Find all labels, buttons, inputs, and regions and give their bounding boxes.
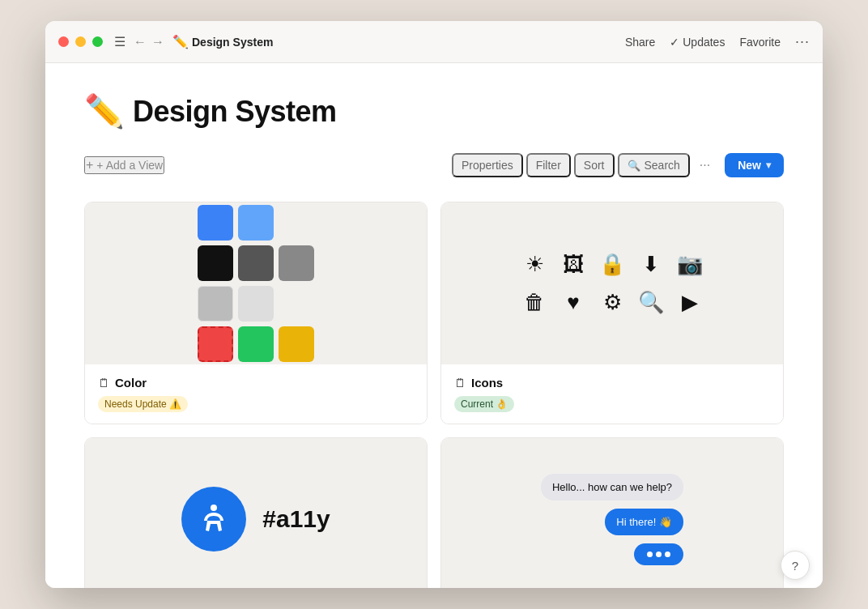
- view-toolbar: + + Add a View Properties Filter Sort 🔍: [84, 153, 784, 185]
- color-card-info: 🗒 Color Needs Update ⚠️: [85, 364, 427, 424]
- download-icon: ⬇: [638, 252, 664, 277]
- search-button[interactable]: 🔍 Search: [618, 153, 690, 177]
- new-label: New: [738, 159, 761, 172]
- color-card[interactable]: 🗒 Color Needs Update ⚠️: [84, 202, 428, 424]
- search-icon: 🔍: [628, 160, 640, 172]
- color-card-name-row: 🗒 Color: [98, 376, 414, 390]
- page-title-area: ✏️ Design System: [84, 92, 784, 130]
- share-button[interactable]: Share: [625, 36, 655, 49]
- page-emoji-icon: ✏️: [84, 92, 125, 130]
- toolbar-right: Properties Filter Sort 🔍 Search ··· New: [452, 153, 784, 177]
- menu-icon[interactable]: ☰: [114, 34, 126, 49]
- icons-card-preview: ☀ 🖼 🔒 ⬇ 📷 🗑 ♥ ⚙ 🔍 ▶: [441, 202, 783, 364]
- chat-visual: Hello... how can we help? Hi there! 👋: [525, 458, 700, 581]
- updates-button[interactable]: ✓ Updates: [670, 36, 725, 49]
- chat-card[interactable]: Hello... how can we help? Hi there! 👋 🗒: [440, 437, 784, 588]
- heart-icon: ♥: [560, 290, 586, 315]
- filter-button[interactable]: Filter: [526, 153, 571, 177]
- forward-button[interactable]: →: [151, 35, 164, 49]
- camera-icon: 📷: [677, 252, 703, 277]
- new-button[interactable]: New ▾: [725, 153, 784, 177]
- chat-bubble-question: Hello... how can we help?: [541, 474, 683, 500]
- accessibility-person-icon: [196, 501, 232, 537]
- icons-card[interactable]: ☀ 🖼 🔒 ⬇ 📷 🗑 ♥ ⚙ 🔍 ▶: [440, 202, 784, 424]
- icons-card-name: Icons: [471, 376, 503, 390]
- color-card-name: Color: [115, 376, 147, 390]
- settings-icon: ⚙: [599, 290, 625, 315]
- dot-3: [665, 552, 670, 557]
- close-button[interactable]: [58, 36, 69, 47]
- chat-typing-indicator: [634, 543, 683, 565]
- dot-1: [647, 552, 653, 557]
- icons-preview-grid: ☀ 🖼 🔒 ⬇ 📷 🗑 ♥ ⚙ 🔍 ▶: [513, 244, 711, 323]
- chat-card-preview: Hello... how can we help? Hi there! 👋: [441, 438, 783, 588]
- add-view-label: + Add a View: [96, 159, 163, 172]
- swatch-whitegray: [238, 286, 274, 322]
- a11y-circle: [181, 487, 246, 552]
- swatch-medgray: [279, 245, 314, 281]
- titlebar: ☰ ← → ✏️ Design System Share ✓ Updates F…: [45, 21, 823, 63]
- a11y-label: #a11y: [262, 505, 330, 533]
- titlebar-actions: Share ✓ Updates Favorite ···: [625, 33, 810, 50]
- swatch-blue: [198, 205, 233, 241]
- app-window: ☰ ← → ✏️ Design System Share ✓ Updates F…: [45, 21, 823, 588]
- favorite-button[interactable]: Favorite: [739, 36, 781, 49]
- fullscreen-button[interactable]: [92, 36, 103, 47]
- play-icon: ▶: [677, 290, 703, 315]
- lock-icon: 🔒: [599, 252, 625, 277]
- page-title: Design System: [133, 95, 337, 129]
- more-menu-button[interactable]: ···: [795, 33, 810, 50]
- help-button[interactable]: ?: [781, 551, 810, 580]
- nav-buttons: ← →: [134, 35, 164, 49]
- swatch-green: [238, 326, 274, 362]
- properties-label: Properties: [462, 159, 513, 172]
- filter-label: Filter: [536, 159, 561, 172]
- a11y-card-preview: #a11y: [85, 438, 427, 588]
- traffic-lights: [58, 36, 103, 47]
- color-card-badge: Needs Update ⚠️: [98, 396, 188, 412]
- magnify-icon: 🔍: [638, 290, 664, 315]
- icons-card-info: 🗒 Icons Current 👌: [441, 364, 783, 424]
- sun-icon: ☀: [521, 252, 547, 277]
- properties-button[interactable]: Properties: [452, 153, 523, 177]
- new-chevron-icon: ▾: [766, 160, 771, 171]
- cards-grid: 🗒 Color Needs Update ⚠️ ☀ 🖼 🔒 ⬇: [84, 202, 784, 588]
- sort-button[interactable]: Sort: [574, 153, 615, 177]
- main-content: ✏️ Design System + + Add a View Properti…: [45, 63, 823, 588]
- color-card-preview: [85, 202, 427, 364]
- back-button[interactable]: ←: [134, 35, 147, 49]
- swatch-yellow: [279, 326, 314, 362]
- swatch-lightgray: [198, 286, 233, 322]
- swatch-black: [198, 245, 233, 281]
- svg-point-0: [211, 505, 217, 511]
- window-title: Design System: [192, 36, 273, 49]
- chat-bubble-reply: Hi there! 👋: [605, 509, 683, 535]
- a11y-visual: #a11y: [181, 487, 330, 552]
- icons-doc-icon: 🗒: [454, 376, 466, 390]
- image-icon: 🖼: [560, 252, 586, 277]
- toolbar-more-button[interactable]: ···: [693, 154, 717, 177]
- swatch-darkgray: [238, 245, 274, 281]
- a11y-card[interactable]: #a11y 🗒 Accessibility: [84, 437, 428, 588]
- updates-check-icon: ✓: [670, 36, 679, 49]
- dot-2: [656, 552, 662, 557]
- swatch-lightblue: [238, 205, 274, 241]
- sort-label: Sort: [584, 159, 605, 172]
- minimize-button[interactable]: [75, 36, 86, 47]
- icons-card-badge: Current 👌: [454, 396, 514, 412]
- trash-icon: 🗑: [521, 290, 547, 315]
- search-label: Search: [645, 159, 680, 172]
- color-swatches-grid: [198, 205, 314, 362]
- plus-icon: +: [86, 158, 93, 172]
- page-icon: ✏️: [172, 34, 189, 49]
- swatch-red: [198, 326, 233, 362]
- updates-label: Updates: [683, 36, 725, 49]
- color-doc-icon: 🗒: [98, 376, 110, 390]
- add-view-button[interactable]: + + Add a View: [84, 156, 164, 174]
- icons-card-name-row: 🗒 Icons: [454, 376, 770, 390]
